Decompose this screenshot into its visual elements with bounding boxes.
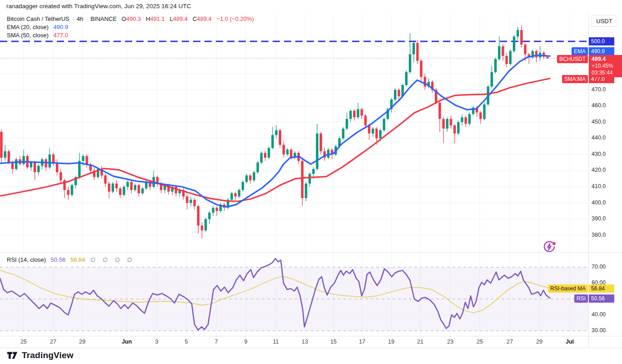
tradingview-logo[interactable]: TradingView xyxy=(6,350,74,361)
price-axis-label: 410.0 xyxy=(592,183,606,189)
rsi-ma-axis-value: 56.84 xyxy=(589,284,614,293)
last-price-badge: 489.4 +10.45% 03:35:44 xyxy=(589,55,622,77)
rsi-axis-tag: RSI xyxy=(574,294,588,303)
price-axis-label: 430.0 xyxy=(592,151,606,157)
bar-countdown: 03:35:44 xyxy=(592,70,622,76)
time-axis-label: 17 xyxy=(359,339,365,345)
time-axis-label: 21 xyxy=(417,339,423,345)
chart-canvas[interactable] xyxy=(0,0,622,364)
currency-usdt-button[interactable]: USDT xyxy=(591,15,617,27)
time-axis-label: 11 xyxy=(273,339,279,345)
price-axis-label: 470.0 xyxy=(592,86,606,93)
price-axis-label: 400.0 xyxy=(592,199,606,206)
last-price-change: +10.45% xyxy=(592,63,622,70)
ema-axis-value: 490.9 xyxy=(589,47,614,55)
time-axis-label: 25 xyxy=(477,339,483,345)
tradingview-logo-text: TradingView xyxy=(22,350,74,360)
level-500-badge: 500.0 xyxy=(589,37,614,45)
time-axis-label: 29 xyxy=(79,339,85,345)
time-axis-label: 23 xyxy=(447,339,453,345)
price-axis-label: 450.0 xyxy=(592,119,606,125)
time-axis-label: 3 xyxy=(155,339,159,345)
ema-axis-tag: EMA xyxy=(572,47,588,55)
rsi-ma-axis-tag: RSI-based MA xyxy=(548,284,588,293)
price-axis-label: 30.00 xyxy=(592,327,606,334)
time-axis-label: 19 xyxy=(388,339,394,345)
price-axis-label: 390.0 xyxy=(592,215,606,222)
time-axis-label: 29 xyxy=(536,339,542,345)
time-axis-label: 13 xyxy=(302,339,308,345)
last-price-value: 489.4 xyxy=(592,56,622,63)
price-axis-label: 440.0 xyxy=(592,135,606,141)
time-axis-label: Jul xyxy=(566,339,574,345)
time-axis-label: 5 xyxy=(185,339,188,345)
price-axis-label: 460.0 xyxy=(592,102,606,109)
sma-axis-tag: SMA:MA xyxy=(562,75,588,83)
price-axis-label: 420.0 xyxy=(592,167,606,173)
time-axis-label: 27 xyxy=(507,339,513,345)
lightning-icon[interactable] xyxy=(542,240,556,254)
rsi-axis-value: 50.56 xyxy=(589,294,614,303)
tradingview-glyph xyxy=(6,350,18,361)
time-axis-label: 27 xyxy=(50,339,56,345)
time-axis-label: Jun xyxy=(122,339,132,345)
price-axis-label: 70.00 xyxy=(592,264,606,270)
price-axis-label: 40.00 xyxy=(592,311,606,318)
time-axis-label: 25 xyxy=(20,339,27,345)
time-axis-label: 7 xyxy=(215,339,218,345)
time-axis-label: 15 xyxy=(330,339,337,345)
notification-dot xyxy=(552,242,555,245)
chart-window: ranadagger created with TradingView.com,… xyxy=(0,0,622,364)
symbol-axis-tag: BCHUSDT xyxy=(557,55,588,63)
time-axis-label: 9 xyxy=(244,339,248,345)
price-axis-label: 380.0 xyxy=(592,232,606,238)
